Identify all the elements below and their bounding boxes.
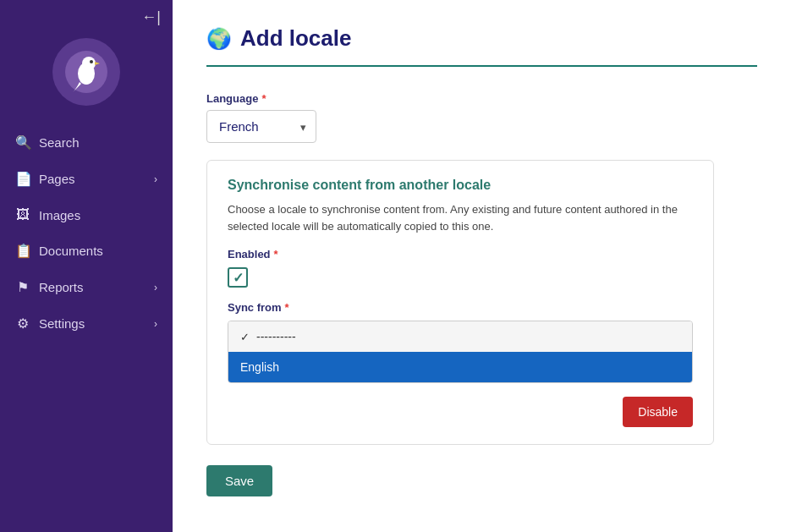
sidebar-item-label: Reports — [39, 280, 84, 294]
checkmark-icon: ✓ — [233, 270, 244, 286]
sidebar-item-search[interactable]: 🔍 Search — [0, 124, 173, 161]
sidebar-item-images[interactable]: 🖼 Images — [0, 197, 173, 233]
enabled-label: Enabled * — [228, 248, 693, 261]
sync-actions: Disable — [228, 397, 693, 427]
required-star: * — [285, 301, 289, 314]
search-icon: 🔍 — [15, 134, 30, 151]
page-header: 🌍 Add locale — [206, 25, 757, 67]
sidebar-item-label: Images — [39, 208, 80, 222]
option-label: English — [240, 360, 279, 374]
chevron-right-icon: › — [154, 173, 157, 185]
language-group: Language * French English Spanish German… — [206, 92, 757, 143]
sync-description: Choose a locale to synchronise content f… — [228, 201, 693, 234]
collapse-button[interactable]: ←| — [141, 8, 161, 26]
sidebar-nav: 🔍 Search 📄 Pages › 🖼 Images 📋 Documents … — [0, 124, 173, 342]
sidebar-top: ←| — [0, 0, 173, 30]
logo-circle — [52, 38, 120, 106]
bird-logo — [61, 47, 112, 97]
language-select[interactable]: French English Spanish German — [206, 110, 316, 143]
language-select-wrapper: French English Spanish German ▾ — [206, 110, 316, 143]
settings-icon: ⚙ — [15, 315, 30, 332]
sidebar-item-reports[interactable]: ⚑ Reports › — [0, 269, 173, 305]
main-content: 🌍 Add locale Language * French English S… — [173, 0, 791, 532]
sidebar: ←| 🔍 Search 📄 Pag — [0, 0, 173, 532]
check-icon: ✓ — [240, 331, 250, 343]
sidebar-item-label: Settings — [39, 316, 85, 331]
sidebar-item-label: Pages — [39, 172, 75, 186]
pages-icon: 📄 — [15, 171, 30, 187]
sidebar-logo — [0, 30, 173, 121]
required-star: * — [274, 248, 278, 261]
sidebar-item-documents[interactable]: 📋 Documents — [0, 233, 173, 269]
language-label: Language * — [206, 92, 757, 105]
chevron-right-icon: › — [154, 318, 157, 330]
svg-point-2 — [82, 57, 96, 70]
reports-icon: ⚑ — [15, 279, 30, 295]
save-button[interactable]: Save — [206, 465, 272, 496]
sync-from-option-english[interactable]: English — [228, 352, 692, 382]
sync-from-option-empty[interactable]: ✓ ---------- — [228, 321, 692, 352]
page-title: Add locale — [240, 25, 351, 52]
sidebar-item-label: Documents — [39, 244, 103, 258]
documents-icon: 📋 — [15, 243, 30, 259]
globe-icon: 🌍 — [206, 27, 232, 51]
images-icon: 🖼 — [15, 207, 30, 222]
sync-title: Synchronise content from another locale — [228, 178, 693, 193]
chevron-right-icon: › — [154, 282, 157, 293]
sidebar-item-settings[interactable]: ⚙ Settings › — [0, 305, 173, 342]
sidebar-item-pages[interactable]: 📄 Pages › — [0, 161, 173, 197]
sync-from-dropdown[interactable]: ✓ ---------- English — [228, 321, 693, 383]
disable-button[interactable]: Disable — [623, 397, 693, 427]
required-star: * — [261, 92, 266, 105]
enabled-checkbox[interactable]: ✓ — [228, 267, 248, 288]
sync-box: Synchronise content from another locale … — [206, 160, 714, 445]
svg-point-4 — [90, 60, 93, 63]
option-label: ---------- — [256, 330, 296, 343]
sync-from-label: Sync from * — [228, 301, 693, 314]
sidebar-item-label: Search — [39, 135, 80, 150]
